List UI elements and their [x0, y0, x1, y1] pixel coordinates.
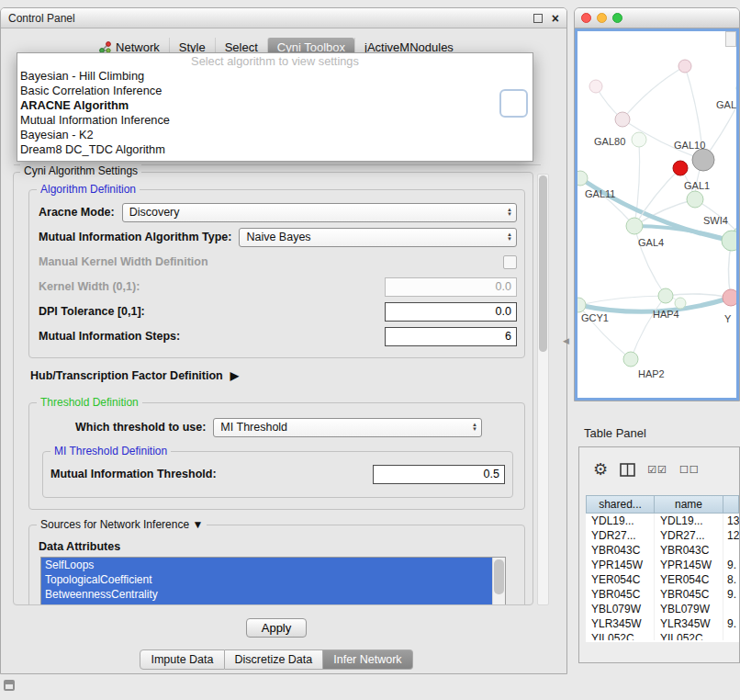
network-node[interactable] — [722, 231, 738, 251]
desktop: Control Panel × Network Style Select Cyn… — [0, 0, 740, 700]
settings-group-title: Cyni Algorithm Settings — [20, 164, 141, 177]
attributes-scrollbar[interactable] — [492, 558, 505, 605]
float-window-icon[interactable] — [533, 14, 543, 23]
table-row[interactable]: YDL19...YDL19...13 — [586, 514, 739, 528]
column-header[interactable] — [723, 495, 739, 514]
which-threshold-combo[interactable]: MI Threshold ▲▼ — [213, 418, 482, 437]
control-panel-titlebar[interactable]: Control Panel × — [1, 8, 566, 28]
gear-icon[interactable]: ⚙ — [593, 461, 608, 478]
mi-algorithm-row: Mutual Information Algorithm Type: Naive… — [39, 226, 517, 248]
network-node-y[interactable] — [723, 289, 738, 306]
table-cell: 9. — [723, 587, 739, 602]
data-attribute-item[interactable]: BetweennessCentrality — [41, 587, 493, 602]
column-header[interactable]: shared... — [586, 495, 655, 514]
mac-zoom-button[interactable] — [612, 13, 622, 23]
expand-right-arrow-icon: ▶ — [230, 369, 239, 382]
algorithm-option[interactable]: Bayesian - Hill Climbing — [17, 69, 533, 84]
columns-icon[interactable] — [620, 463, 635, 477]
mi-steps-label: Mutual Information Steps: — [39, 330, 180, 343]
table-cell: 9. — [723, 616, 739, 631]
kernel-width-row: Kernel Width (0,1): — [39, 276, 517, 298]
mac-close-button[interactable] — [581, 13, 591, 23]
network-node-hap4[interactable] — [658, 288, 673, 303]
network-node[interactable] — [673, 161, 688, 175]
network-node[interactable] — [632, 132, 646, 147]
network-edge[interactable] — [631, 296, 666, 359]
network-node-gal11[interactable] — [577, 171, 588, 186]
data-attribute-item[interactable]: gal4RGexp — [41, 602, 493, 605]
table-panel-window: ⚙ ☑☑ ☐☐ shared...name YDL19...YDL19...13… — [578, 446, 740, 663]
column-header[interactable]: name — [655, 495, 723, 514]
table-row[interactable]: YBR043CYBR043C — [586, 543, 739, 558]
network-node-gal8[interactable] — [736, 79, 738, 97]
kernel-width-input[interactable] — [385, 277, 517, 297]
network-titlebar[interactable] — [575, 8, 739, 28]
table-row[interactable]: YPR145WYPR145W9. — [586, 558, 739, 572]
network-node-gal10[interactable] — [692, 149, 714, 171]
table-row[interactable]: YBL079WYBL079W — [586, 602, 739, 616]
clear-selection-icon[interactable]: ☐☐ — [679, 464, 700, 476]
network-node[interactable] — [675, 298, 686, 309]
network-edge[interactable] — [622, 66, 685, 119]
algorithm-option[interactable]: Basic Correlation Inference — [17, 84, 533, 98]
panel-collapse-icon[interactable]: ◀ — [563, 336, 569, 345]
network-node[interactable] — [678, 60, 691, 73]
sources-group-title: Sources for Network Inference ▼ — [37, 518, 207, 531]
network-node-label: GCY1 — [581, 312, 609, 323]
mi-steps-input[interactable] — [385, 327, 517, 346]
network-node-hap2[interactable] — [623, 352, 638, 367]
tab-infer-network[interactable]: Infer Network — [323, 649, 412, 670]
tab-impute-data[interactable]: Impute Data — [140, 649, 224, 670]
table-row[interactable]: YBR045CYBR045C9. — [586, 587, 739, 602]
aracne-mode-combo[interactable]: Discovery ▲▼ — [122, 203, 517, 222]
algorithm-option[interactable]: Dream8 DC_TDC Algorithm — [17, 142, 533, 157]
network-node-gcy1[interactable] — [577, 298, 586, 312]
dropdown-placeholder: Select algorithm to view settings — [17, 53, 533, 69]
apply-button[interactable]: Apply — [246, 618, 308, 638]
table-cell: YBR045C — [586, 587, 655, 602]
table-cell — [723, 602, 739, 616]
table-cell: 13 — [723, 514, 739, 528]
data-attribute-item[interactable]: TopologicalCoefficient — [41, 572, 493, 587]
network-edge[interactable] — [578, 296, 666, 305]
mi-threshold-input[interactable] — [373, 465, 505, 484]
network-node-gal1[interactable] — [687, 191, 703, 208]
manual-kernel-checkbox[interactable] — [503, 255, 517, 269]
settings-scrollbar[interactable] — [537, 174, 549, 605]
table-cell: YBR043C — [655, 543, 723, 558]
select-all-checks-icon[interactable]: ☑☑ — [647, 464, 667, 476]
algorithm-option[interactable]: Bayesian - K2 — [17, 128, 533, 142]
network-scrollbar-corner[interactable] — [725, 31, 736, 47]
bottom-left-panel-icon[interactable] — [4, 680, 15, 691]
focused-combo-button[interactable] — [499, 89, 528, 118]
data-attribute-item[interactable]: SelfLoops — [41, 558, 493, 572]
algorithm-option[interactable]: ARACNE Algorithm — [17, 98, 533, 113]
table-row[interactable]: YIL052CYIL052C — [586, 631, 739, 640]
network-node[interactable] — [589, 80, 602, 93]
tab-discretize-data[interactable]: Discretize Data — [225, 649, 324, 670]
network-canvas[interactable]: GAL80GAL8GAL10GAL11GAL1SWI4GAL4GCY1HAP4Y… — [575, 28, 739, 401]
close-icon[interactable]: × — [552, 12, 559, 25]
mi-threshold-group-title: MI Threshold Definition — [50, 445, 171, 457]
network-node-label: GAL10 — [674, 140, 705, 151]
table-row[interactable]: YLR345WYLR345W9. — [586, 616, 739, 631]
data-attributes-list[interactable]: SelfLoopsTopologicalCoefficientBetweenne… — [40, 557, 506, 605]
mi-algorithm-combo[interactable]: Naive Bayes ▲▼ — [239, 228, 517, 247]
network-graph[interactable]: GAL80GAL8GAL10GAL11GAL1SWI4GAL4GCY1HAP4Y… — [577, 31, 738, 400]
network-node-gal4[interactable] — [626, 218, 643, 234]
mac-minimize-button[interactable] — [597, 13, 607, 23]
dpi-tolerance-input[interactable] — [385, 302, 517, 322]
network-node-label: GAL4 — [638, 237, 664, 248]
table-row[interactable]: YDR27...YDR27...12 — [586, 528, 739, 543]
algorithm-definition-title: Algorithm Definition — [37, 183, 140, 196]
hub-definition-expander[interactable]: Hub/Transcription Factor Definition ▶ — [30, 369, 533, 382]
network-node-gal80[interactable] — [615, 112, 630, 127]
table-row[interactable]: YER054CYER054C8. — [586, 572, 739, 587]
network-edge[interactable] — [666, 294, 731, 298]
table-cell: YDL19... — [655, 514, 723, 528]
scrollbar-thumb[interactable] — [494, 559, 504, 594]
which-threshold-value: MI Threshold — [220, 421, 287, 434]
collapse-down-arrow-icon[interactable]: ▼ — [192, 518, 203, 531]
algorithm-option[interactable]: Mutual Information Inference — [17, 113, 533, 128]
scrollbar-thumb[interactable] — [539, 175, 547, 352]
